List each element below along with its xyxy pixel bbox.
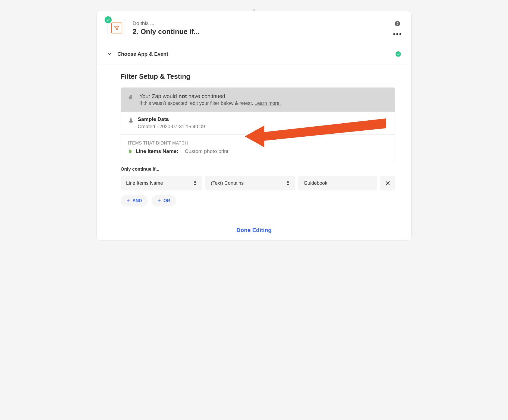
test-result-title: Your Zap would not have continued — [139, 93, 281, 99]
unmatched-field-value: Custom photo print — [185, 148, 228, 154]
flow-arrow-connector — [0, 5, 508, 11]
section-choose-app-event[interactable]: Choose App & Event — [97, 45, 411, 63]
unmatched-field-name: Line Items Name: — [136, 148, 178, 154]
close-icon — [385, 180, 390, 186]
rule-value-input[interactable]: Guidebook — [298, 176, 377, 190]
condition-group-label: Only continue if... — [121, 167, 395, 172]
shopify-icon — [128, 149, 133, 154]
test-result-subtitle: If this wasn't expected, edit your filte… — [139, 101, 281, 106]
step-title: 2. Only continue if... — [133, 27, 393, 36]
step-kicker: Do this ... — [133, 20, 393, 26]
filter-rule-row: Line Items Name (Text) Contains Guideboo… — [121, 176, 395, 190]
rule-operator-select[interactable]: (Text) Contains — [205, 176, 295, 190]
rule-field-select[interactable]: Line Items Name — [121, 176, 202, 190]
sort-arrows-icon — [193, 181, 197, 186]
plus-icon: + — [158, 198, 161, 204]
sample-data-title: Sample Data — [138, 116, 205, 122]
flow-connector-stub — [0, 241, 508, 246]
sort-arrows-icon — [286, 181, 290, 186]
step-status-check-icon — [105, 16, 112, 23]
zap-step-card: Do this ... 2. Only continue if... ? •••… — [96, 11, 412, 241]
delete-rule-button[interactable] — [380, 176, 395, 190]
filter-section-heading: Filter Setup & Testing — [121, 73, 395, 80]
add-and-button[interactable]: + AND — [121, 195, 148, 206]
step-header: Do this ... 2. Only continue if... ? ••• — [97, 11, 411, 45]
sample-data-row[interactable]: Sample Data Created - 2020-07-31 15:40:0… — [121, 112, 395, 134]
items-not-matched-label: ITEMS THAT DIDN'T MATCH — [128, 141, 388, 146]
add-or-button[interactable]: + OR — [152, 195, 176, 206]
section-complete-check-icon — [396, 51, 401, 57]
svg-marker-5 — [287, 181, 289, 183]
help-icon[interactable]: ? — [395, 21, 400, 26]
done-editing-button[interactable]: Done Editing — [236, 227, 272, 233]
test-result-panel: Your Zap would not have continued If thi… — [121, 87, 395, 161]
filter-icon — [111, 23, 122, 33]
step-app-icon — [108, 19, 126, 37]
chevron-up-icon — [383, 120, 388, 126]
chevron-down-icon — [107, 52, 112, 57]
plus-icon: + — [127, 198, 130, 204]
sample-data-meta: Created - 2020-07-31 15:40:09 — [138, 124, 205, 130]
items-not-matched-block: ITEMS THAT DIDN'T MATCH Line Items Name:… — [121, 134, 395, 161]
svg-marker-6 — [287, 184, 289, 186]
test-result-banner: Your Zap would not have continued If thi… — [121, 88, 395, 112]
more-options-icon[interactable]: ••• — [393, 33, 402, 35]
stop-hand-icon — [128, 94, 134, 106]
section-label: Choose App & Event — [117, 51, 390, 57]
learn-more-link[interactable]: Learn more. — [255, 101, 281, 106]
svg-marker-3 — [194, 181, 196, 183]
svg-marker-4 — [194, 184, 196, 186]
flask-icon — [128, 117, 134, 124]
